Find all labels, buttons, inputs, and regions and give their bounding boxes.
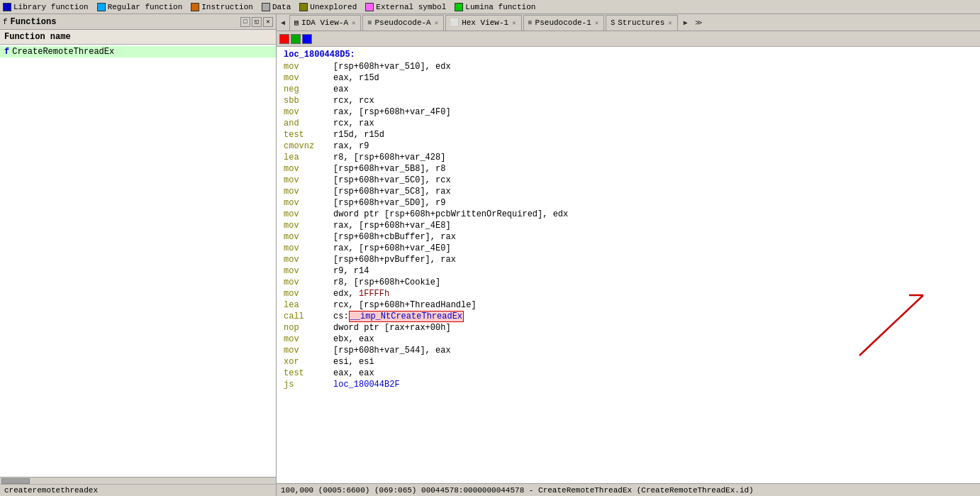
operand-13: dword ptr [rsp+608h+pcbWrittenOrRequired… (333, 209, 568, 220)
asm-line-7: cmovnz rax, r9 (284, 140, 973, 152)
operand-0: [rsp+608h+var_510], edx (333, 61, 451, 72)
tab-icon-pseudo-a: ≡ (367, 19, 372, 27)
asm-line-15: mov [rsp+608h+cbBuffer], rax (284, 231, 973, 243)
mnemonic-21: lea (284, 299, 333, 311)
operand-23: dword ptr [rax+rax+00h] (333, 322, 451, 334)
legend-label-external: External symbol (376, 3, 446, 11)
operand-4: rax, [rsp+608h+var_4F0] (333, 106, 451, 118)
operand-28: loc_180044B2F (333, 379, 400, 390)
tab-label-structures: Structures (618, 18, 664, 27)
close-button[interactable]: ✕ (263, 17, 273, 27)
tab-bar: ◀ ▤ IDA View-A ✕ ≡ Pseudocode-A ✕ ⬜ Hex … (277, 14, 980, 31)
mnemonic-8: lea (284, 152, 333, 163)
mnemonic-12: mov (284, 197, 333, 209)
mnemonic-23: nop (284, 322, 333, 334)
tab-close-hex[interactable]: ✕ (511, 19, 516, 27)
color-toolbar (277, 31, 980, 47)
mnemonic-14: mov (284, 220, 333, 231)
float-button[interactable]: ◱ (252, 17, 262, 27)
asm-line-5: and rcx, rax (284, 118, 973, 129)
operand-25: [rsp+608h+var_544], eax (333, 345, 451, 356)
legend-label-library: Library function (13, 3, 89, 11)
legend-label-unexplored: Unexplored (310, 3, 357, 11)
asm-line-25: mov [rsp+608h+var_544], eax (284, 345, 973, 356)
operand-8: r8, [rsp+608h+var_428] (333, 152, 445, 163)
legend-item-external: External symbol (365, 3, 446, 11)
legend-color-library (3, 3, 11, 11)
mnemonic-18: mov (284, 265, 333, 277)
mnemonic-22: call (284, 311, 333, 322)
mnemonic-0: mov (284, 61, 333, 72)
operand-1: eax, r15d (333, 72, 379, 84)
operand-16: rax, [rsp+608h+var_4E0] (333, 243, 451, 254)
legend-color-data (262, 3, 270, 11)
color-btn-blue[interactable] (302, 34, 312, 44)
mnemonic-16: mov (284, 243, 333, 254)
operand-17: [rsp+608h+pvBuffer], rax (333, 254, 456, 265)
mnemonic-15: mov (284, 231, 333, 243)
functions-list[interactable]: f CreateRemoteThreadEx (0, 45, 276, 477)
legend-item-lumina: Lumina function (455, 3, 535, 11)
tab-close-ida[interactable]: ✕ (351, 19, 356, 27)
operand-3: rcx, rcx (333, 95, 374, 106)
tab-menu[interactable]: ≫ (692, 16, 705, 30)
tab-scroll-right[interactable]: ▶ (679, 16, 692, 30)
function-item-createremotethreadex[interactable]: f CreateRemoteThreadEx (0, 46, 276, 57)
legend-item-unexplored: Unexplored (299, 3, 357, 11)
scroll-thumb[interactable] (1, 478, 30, 484)
operand-2: eax (333, 84, 349, 95)
legend-color-lumina (455, 3, 463, 11)
color-btn-green[interactable] (291, 34, 301, 44)
legend-color-instruction (191, 3, 199, 11)
asm-line-26: xor esi, esi (284, 356, 973, 368)
status-text: 100,000 (0005:6600) (069:065) 00044578:0… (281, 486, 754, 495)
mnemonic-7: cmovnz (284, 140, 333, 152)
asm-line-18: mov r9, r14 (284, 265, 973, 277)
tab-ida-view-a[interactable]: ▤ IDA View-A ✕ (289, 15, 361, 31)
operand-18: r9, r14 (333, 265, 369, 277)
asm-line-1: mov eax, r15d (284, 72, 973, 84)
asm-line-10: mov [rsp+608h+var_5C0], rcx (284, 175, 973, 186)
color-btn-red[interactable] (279, 34, 289, 44)
asm-line-19: mov r8, [rsp+608h+Cookie] (284, 277, 973, 288)
legend-label-lumina: Lumina function (465, 3, 535, 11)
mnemonic-3: sbb (284, 95, 333, 106)
functions-scrollbar[interactable] (0, 477, 276, 484)
tab-icon-structures: S (611, 19, 615, 27)
mnemonic-1: mov (284, 72, 333, 84)
tab-hex-view[interactable]: ⬜ Hex View-1 ✕ (445, 15, 521, 31)
asm-line-8: lea r8, [rsp+608h+var_428] (284, 152, 973, 163)
tab-pseudocode-1[interactable]: ≡ Pseudocode-1 ✕ (523, 15, 605, 31)
operand-11: [rsp+608h+var_5C8], rax (333, 186, 451, 197)
legend-label-regular: Regular function (108, 3, 183, 11)
legend-color-regular (97, 3, 106, 11)
restore-button[interactable]: □ (240, 17, 250, 27)
tab-close-structures[interactable]: ✕ (667, 19, 672, 27)
legend-color-unexplored (299, 3, 308, 11)
mnemonic-27: test (284, 368, 333, 379)
mnemonic-6: test (284, 129, 333, 140)
asm-line-28: js loc_180044B2F (284, 379, 973, 390)
mnemonic-11: mov (284, 186, 333, 197)
tab-pseudocode-a[interactable]: ≡ Pseudocode-A ✕ (362, 15, 444, 31)
operand-19: r8, [rsp+608h+Cookie] (333, 277, 440, 288)
legend-color-external (365, 3, 374, 11)
highlighted-call[interactable]: __imp_NtCreateThreadEx (349, 311, 464, 322)
operand-5: rcx, rax (333, 118, 374, 129)
status-bar: 100,000 (0005:6600) (069:065) 00044578:0… (277, 483, 980, 496)
mnemonic-13: mov (284, 209, 333, 220)
loc-label: loc_1800448D5: (284, 50, 973, 60)
legend-item-data: Data (262, 3, 291, 11)
tab-structures[interactable]: S Structures ✕ (606, 15, 677, 31)
tab-close-pseudo-a[interactable]: ✕ (434, 19, 439, 27)
tab-scroll-left[interactable]: ◀ (277, 16, 289, 30)
operand-7: rax, r9 (333, 140, 369, 152)
tab-icon-hex: ⬜ (450, 18, 459, 27)
functions-title: Functions (11, 17, 239, 27)
asm-line-6: test r15d, r15d (284, 129, 973, 140)
asm-line-17: mov [rsp+608h+pvBuffer], rax (284, 254, 973, 265)
operand-9: [rsp+608h+var_5B8], r8 (333, 163, 445, 175)
asm-line-0: mov [rsp+608h+var_510], edx (284, 61, 973, 72)
ida-content[interactable]: loc_1800448D5: mov [rsp+608h+var_510], e… (277, 47, 980, 483)
tab-close-pseudo-1[interactable]: ✕ (594, 19, 599, 27)
